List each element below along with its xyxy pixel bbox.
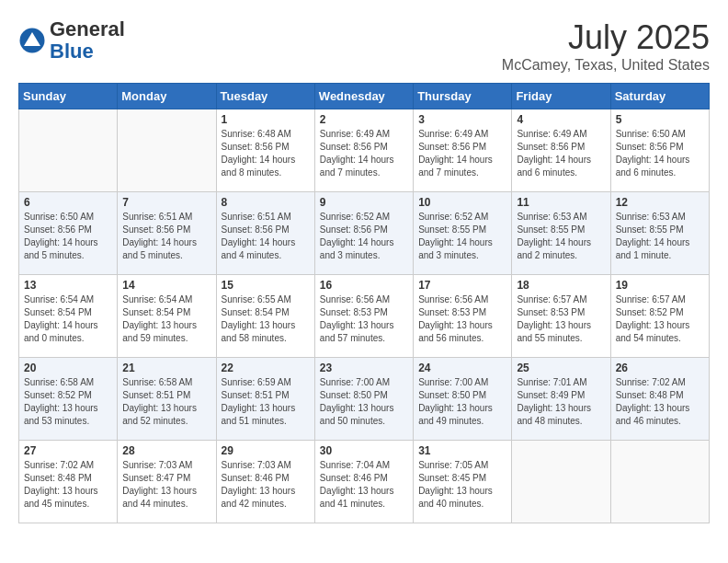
header-friday: Friday — [512, 84, 610, 109]
calendar-cell — [512, 441, 610, 523]
day-number: 30 — [320, 444, 408, 457]
day-number: 11 — [517, 196, 605, 209]
day-info: Sunrise: 6:58 AMSunset: 8:52 PMDaylight:… — [24, 376, 112, 428]
calendar-cell: 12Sunrise: 6:53 AMSunset: 8:55 PMDayligh… — [610, 192, 709, 275]
day-info: Sunrise: 6:57 AMSunset: 8:52 PMDaylight:… — [616, 293, 704, 345]
calendar-cell — [610, 441, 709, 523]
day-info: Sunrise: 7:05 AMSunset: 8:45 PMDaylight:… — [418, 459, 506, 511]
day-info: Sunrise: 6:51 AMSunset: 8:56 PMDaylight:… — [122, 211, 210, 262]
day-info: Sunrise: 6:50 AMSunset: 8:56 PMDaylight:… — [24, 211, 112, 262]
header-wednesday: Wednesday — [314, 84, 413, 109]
calendar-cell: 9Sunrise: 6:52 AMSunset: 8:56 PMDaylight… — [314, 192, 413, 275]
calendar-header-row: SundayMondayTuesdayWednesdayThursdayFrid… — [19, 84, 710, 109]
day-info: Sunrise: 6:53 AMSunset: 8:55 PMDaylight:… — [517, 211, 605, 262]
calendar-cell: 29Sunrise: 7:03 AMSunset: 8:46 PMDayligh… — [216, 441, 314, 523]
calendar-cell: 21Sunrise: 6:58 AMSunset: 8:51 PMDayligh… — [118, 358, 216, 441]
day-number: 21 — [122, 362, 210, 374]
day-number: 29 — [222, 444, 310, 457]
day-info: Sunrise: 6:57 AMSunset: 8:53 PMDaylight:… — [517, 293, 605, 345]
day-info: Sunrise: 6:51 AMSunset: 8:56 PMDaylight:… — [222, 211, 310, 262]
day-number: 7 — [122, 196, 210, 209]
day-info: Sunrise: 6:52 AMSunset: 8:55 PMDaylight:… — [418, 211, 506, 262]
header-monday: Monday — [118, 84, 216, 109]
day-number: 4 — [517, 113, 605, 126]
day-info: Sunrise: 6:58 AMSunset: 8:51 PMDaylight:… — [122, 376, 210, 428]
day-number: 5 — [616, 113, 704, 126]
day-number: 13 — [24, 279, 112, 292]
calendar-cell: 14Sunrise: 6:54 AMSunset: 8:54 PMDayligh… — [118, 275, 216, 358]
calendar-cell: 13Sunrise: 6:54 AMSunset: 8:54 PMDayligh… — [19, 275, 118, 358]
month-title: July 2025 — [502, 18, 710, 57]
calendar-cell: 23Sunrise: 7:00 AMSunset: 8:50 PMDayligh… — [314, 358, 413, 441]
day-info: Sunrise: 7:02 AMSunset: 8:48 PMDaylight:… — [24, 459, 112, 511]
day-number: 16 — [320, 279, 408, 292]
day-info: Sunrise: 6:49 AMSunset: 8:56 PMDaylight:… — [517, 128, 605, 179]
day-number: 22 — [222, 362, 310, 374]
day-number: 6 — [24, 196, 112, 209]
calendar-cell — [118, 109, 216, 192]
day-number: 31 — [418, 444, 506, 457]
day-number: 24 — [418, 362, 506, 374]
day-number: 19 — [616, 279, 704, 292]
day-info: Sunrise: 7:00 AMSunset: 8:50 PMDaylight:… — [418, 376, 506, 428]
calendar-week-row: 27Sunrise: 7:02 AMSunset: 8:48 PMDayligh… — [19, 441, 710, 523]
logo: General Blue — [18, 18, 125, 63]
calendar-cell: 28Sunrise: 7:03 AMSunset: 8:47 PMDayligh… — [118, 441, 216, 523]
header-saturday: Saturday — [610, 84, 709, 109]
day-info: Sunrise: 6:56 AMSunset: 8:53 PMDaylight:… — [418, 293, 506, 345]
logo-general-text: General — [50, 17, 125, 40]
day-number: 23 — [320, 362, 408, 374]
day-info: Sunrise: 7:00 AMSunset: 8:50 PMDaylight:… — [320, 376, 408, 428]
calendar-cell: 4Sunrise: 6:49 AMSunset: 8:56 PMDaylight… — [512, 109, 610, 192]
day-number: 27 — [24, 444, 112, 457]
day-number: 10 — [418, 196, 506, 209]
calendar-cell: 2Sunrise: 6:49 AMSunset: 8:56 PMDaylight… — [314, 109, 413, 192]
day-number: 12 — [616, 196, 704, 209]
day-number: 25 — [517, 362, 605, 374]
calendar-cell: 31Sunrise: 7:05 AMSunset: 8:45 PMDayligh… — [414, 441, 512, 523]
logo-blue-text: Blue — [50, 40, 94, 63]
calendar-cell: 11Sunrise: 6:53 AMSunset: 8:55 PMDayligh… — [512, 192, 610, 275]
day-info: Sunrise: 6:52 AMSunset: 8:56 PMDaylight:… — [320, 211, 408, 262]
calendar-cell: 22Sunrise: 6:59 AMSunset: 8:51 PMDayligh… — [216, 358, 314, 441]
day-info: Sunrise: 6:53 AMSunset: 8:55 PMDaylight:… — [616, 211, 704, 262]
day-number: 8 — [222, 196, 310, 209]
calendar-cell: 15Sunrise: 6:55 AMSunset: 8:54 PMDayligh… — [216, 275, 314, 358]
day-info: Sunrise: 6:49 AMSunset: 8:56 PMDaylight:… — [320, 128, 408, 179]
day-number: 26 — [616, 362, 704, 374]
day-number: 18 — [517, 279, 605, 292]
calendar-cell: 10Sunrise: 6:52 AMSunset: 8:55 PMDayligh… — [414, 192, 512, 275]
day-number: 15 — [222, 279, 310, 292]
title-section: July 2025 McCamey, Texas, United States — [502, 18, 710, 74]
svg-rect-2 — [28, 42, 37, 47]
calendar-cell — [19, 109, 118, 192]
day-number: 3 — [418, 113, 506, 126]
day-info: Sunrise: 6:54 AMSunset: 8:54 PMDaylight:… — [24, 293, 112, 345]
calendar-week-row: 1Sunrise: 6:48 AMSunset: 8:56 PMDaylight… — [19, 109, 710, 192]
calendar-cell: 27Sunrise: 7:02 AMSunset: 8:48 PMDayligh… — [19, 441, 118, 523]
calendar-cell: 30Sunrise: 7:04 AMSunset: 8:46 PMDayligh… — [314, 441, 413, 523]
day-number: 9 — [320, 196, 408, 209]
calendar-cell: 17Sunrise: 6:56 AMSunset: 8:53 PMDayligh… — [414, 275, 512, 358]
day-info: Sunrise: 6:55 AMSunset: 8:54 PMDaylight:… — [222, 293, 310, 345]
header-sunday: Sunday — [19, 84, 118, 109]
day-info: Sunrise: 7:03 AMSunset: 8:46 PMDaylight:… — [222, 459, 310, 511]
day-info: Sunrise: 7:02 AMSunset: 8:48 PMDaylight:… — [616, 376, 704, 428]
calendar-week-row: 20Sunrise: 6:58 AMSunset: 8:52 PMDayligh… — [19, 358, 710, 441]
day-number: 28 — [122, 444, 210, 457]
page-header: General Blue July 2025 McCamey, Texas, U… — [18, 18, 710, 74]
calendar-cell: 18Sunrise: 6:57 AMSunset: 8:53 PMDayligh… — [512, 275, 610, 358]
location: McCamey, Texas, United States — [502, 57, 710, 74]
day-info: Sunrise: 7:03 AMSunset: 8:47 PMDaylight:… — [122, 459, 210, 511]
calendar-table: SundayMondayTuesdayWednesdayThursdayFrid… — [18, 83, 710, 523]
day-info: Sunrise: 6:56 AMSunset: 8:53 PMDaylight:… — [320, 293, 408, 345]
calendar-cell: 16Sunrise: 6:56 AMSunset: 8:53 PMDayligh… — [314, 275, 413, 358]
day-info: Sunrise: 6:54 AMSunset: 8:54 PMDaylight:… — [122, 293, 210, 345]
calendar-cell: 1Sunrise: 6:48 AMSunset: 8:56 PMDaylight… — [216, 109, 314, 192]
day-number: 20 — [24, 362, 112, 374]
day-info: Sunrise: 6:59 AMSunset: 8:51 PMDaylight:… — [222, 376, 310, 428]
day-info: Sunrise: 7:01 AMSunset: 8:49 PMDaylight:… — [517, 376, 605, 428]
calendar-cell: 25Sunrise: 7:01 AMSunset: 8:49 PMDayligh… — [512, 358, 610, 441]
header-thursday: Thursday — [414, 84, 512, 109]
day-info: Sunrise: 6:48 AMSunset: 8:56 PMDaylight:… — [222, 128, 310, 179]
